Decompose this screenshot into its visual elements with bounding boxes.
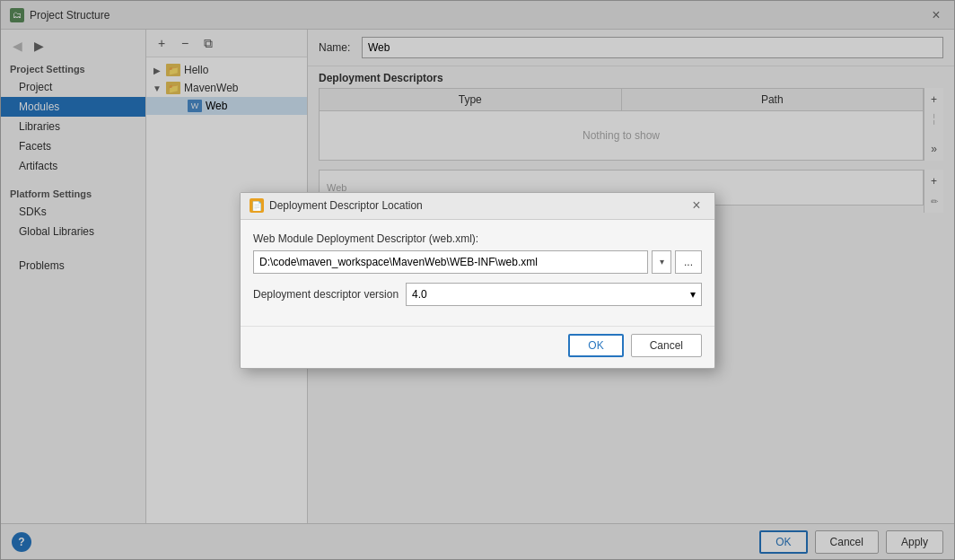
- version-label: Deployment descriptor version: [253, 288, 399, 301]
- dialog-icon: 📄: [250, 198, 264, 213]
- version-value: 4.0: [412, 288, 427, 301]
- version-row: Deployment descriptor version 4.0 ▾: [253, 283, 702, 306]
- dialog-ok-button[interactable]: OK: [568, 334, 623, 357]
- dialog-title-left: 📄 Deployment Descriptor Location: [250, 198, 423, 213]
- version-select[interactable]: 4.0 ▾: [406, 283, 702, 306]
- dialog-footer: OK Cancel: [241, 326, 714, 368]
- descriptor-input-row: ▾ ...: [253, 250, 702, 274]
- descriptor-label: Web Module Deployment Descriptor (web.xm…: [253, 232, 702, 245]
- descriptor-path-input[interactable]: [253, 250, 648, 274]
- descriptor-dropdown-button[interactable]: ▾: [652, 250, 671, 274]
- dialog-cancel-button[interactable]: Cancel: [631, 334, 702, 357]
- dialog-close-button[interactable]: ×: [688, 197, 705, 214]
- modal-overlay: 📄 Deployment Descriptor Location × Web M…: [0, 0, 955, 560]
- dialog-body: Web Module Deployment Descriptor (web.xm…: [241, 220, 714, 326]
- descriptor-browse-button[interactable]: ...: [675, 250, 702, 274]
- dialog-title-text: Deployment Descriptor Location: [269, 199, 423, 212]
- dialog-title-bar: 📄 Deployment Descriptor Location ×: [241, 193, 714, 220]
- dialog: 📄 Deployment Descriptor Location × Web M…: [240, 192, 715, 369]
- version-dropdown-arrow: ▾: [690, 288, 696, 301]
